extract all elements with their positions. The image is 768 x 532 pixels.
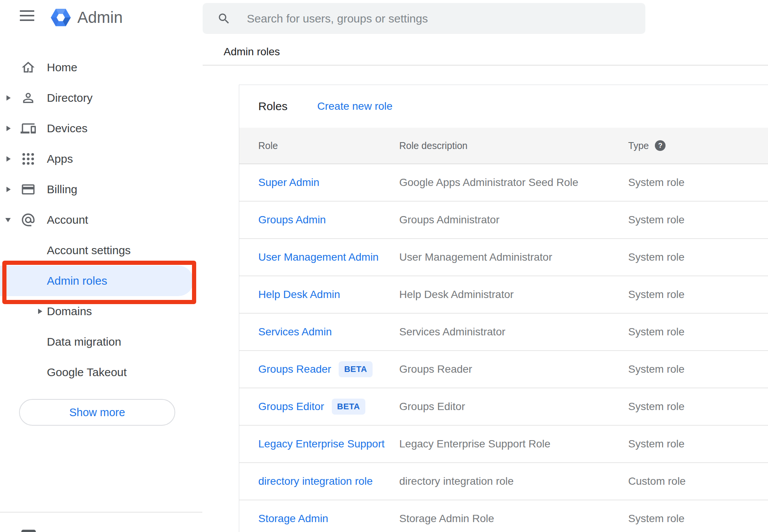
beta-badge: BETA	[332, 399, 365, 415]
role-link[interactable]: Groups Admin	[258, 214, 326, 226]
beta-badge: BETA	[339, 361, 372, 377]
create-new-role-link[interactable]: Create new role	[317, 100, 393, 112]
sidebar-item-label: Data migration	[47, 335, 121, 348]
role-type: System role	[628, 363, 768, 375]
roles-table-body: Super Admin Google Apps Administrator Se…	[239, 164, 768, 532]
role-link[interactable]: Legacy Enterprise Support	[258, 438, 385, 450]
role-type: System role	[628, 176, 768, 189]
expand-arrow-icon[interactable]	[5, 218, 11, 222]
sidebar-item-label: Home	[47, 61, 77, 74]
table-row: Services Admin Services Administrator Sy…	[239, 314, 768, 351]
table-row: directory integration role directory int…	[239, 463, 768, 500]
admin-console: Admin Home Directory Devices Apps Billin…	[0, 0, 768, 532]
expand-arrow-icon[interactable]	[6, 126, 11, 131]
admin-logo-icon	[50, 6, 72, 29]
devices-icon	[20, 120, 36, 136]
role-description: Storage Admin Role	[399, 513, 628, 525]
sidebar-item-label: Devices	[47, 122, 88, 135]
role-type: System role	[628, 401, 768, 413]
role-link[interactable]: directory integration role	[258, 475, 373, 487]
sidebar-item-directory[interactable]: Directory	[0, 83, 202, 113]
apps-icon	[20, 151, 36, 167]
sidebar-item-billing[interactable]: Billing	[0, 174, 202, 205]
role-description: Groups Editor	[399, 401, 628, 413]
sidebar-item-label: Google Takeout	[47, 366, 127, 379]
card-icon	[20, 181, 36, 197]
role-link[interactable]: Storage Admin	[258, 513, 328, 525]
table-row: Legacy Enterprise Support Legacy Enterpr…	[239, 426, 768, 463]
breadcrumb: Admin roles	[224, 46, 280, 58]
role-type: System role	[628, 214, 768, 226]
person-icon	[20, 90, 36, 106]
show-more-label: Show more	[69, 406, 125, 419]
sidebar-item-label: Domains	[47, 305, 92, 318]
role-description: directory integration role	[399, 475, 628, 487]
role-type: System role	[628, 513, 768, 525]
role-type: Custom role	[628, 475, 768, 487]
role-link[interactable]: Groups Editor	[258, 401, 324, 413]
table-header-row: Role Role description Type ?	[239, 128, 768, 164]
sidebar-item-label: Apps	[47, 152, 73, 165]
sidebar-item-home[interactable]: Home	[0, 52, 202, 83]
sidebar-item-devices[interactable]: Devices	[0, 113, 202, 144]
sidebar-item-admin-roles[interactable]: Admin roles	[0, 266, 194, 296]
search-input[interactable]	[246, 12, 645, 26]
home-icon	[20, 59, 36, 75]
role-description: Google Apps Administrator Seed Role	[399, 176, 628, 189]
sidebar-divider	[0, 512, 202, 513]
role-link[interactable]: Help Desk Admin	[258, 288, 340, 301]
show-more-button[interactable]: Show more	[19, 399, 175, 426]
role-description: Legacy Enterprise Support Role	[399, 438, 628, 450]
role-link[interactable]: Services Admin	[258, 326, 332, 338]
role-type: System role	[628, 438, 768, 450]
role-link[interactable]: Super Admin	[258, 176, 319, 189]
search-icon	[217, 12, 231, 26]
table-row: Groups Reader BETA Groups Reader System …	[239, 351, 768, 388]
column-header-type: Type	[628, 140, 649, 151]
brand-title: Admin	[77, 8, 123, 27]
sidebar: Admin Home Directory Devices Apps Billin…	[0, 0, 202, 532]
table-row: Help Desk Admin Help Desk Administrator …	[239, 276, 768, 314]
roles-card: Roles Create new role Role Role descript…	[239, 85, 768, 532]
at-icon	[20, 212, 36, 228]
sidebar-item-google-takeout[interactable]: Google Takeout	[0, 357, 202, 388]
table-row: User Management Admin User Management Ad…	[239, 239, 768, 276]
sidebar-nav: Home Directory Devices Apps Billing Acco…	[0, 52, 202, 388]
roles-card-header: Roles Create new role	[239, 85, 768, 128]
role-type: System role	[628, 326, 768, 338]
expand-arrow-icon[interactable]	[38, 309, 42, 314]
sidebar-item-label: Admin roles	[47, 274, 107, 287]
table-row: Groups Editor BETA Groups Editor System …	[239, 388, 768, 426]
role-type: System role	[628, 251, 768, 263]
table-row: Storage Admin Storage Admin Role System …	[239, 500, 768, 532]
role-type: System role	[628, 288, 768, 301]
table-row: Groups Admin Groups Administrator System…	[239, 202, 768, 239]
role-link[interactable]: User Management Admin	[258, 251, 379, 263]
hamburger-menu-icon[interactable]	[20, 10, 34, 21]
sidebar-item-account[interactable]: Account	[0, 205, 202, 235]
column-header-role-description: Role description	[399, 140, 628, 151]
role-link[interactable]: Groups Reader	[258, 363, 331, 375]
sidebar-item-label: Account settings	[47, 244, 131, 257]
help-icon[interactable]: ?	[655, 140, 666, 151]
table-row: Super Admin Google Apps Administrator Se…	[239, 164, 768, 202]
sidebar-item-label: Billing	[47, 183, 77, 196]
sidebar-item-apps[interactable]: Apps	[0, 144, 202, 174]
breadcrumb-divider	[203, 65, 768, 66]
expand-arrow-icon[interactable]	[6, 156, 11, 162]
sidebar-item-label: Account	[47, 213, 88, 226]
column-header-role: Role	[258, 140, 399, 151]
search-bar[interactable]	[203, 3, 645, 34]
role-description: Help Desk Administrator	[399, 288, 628, 301]
expand-arrow-icon[interactable]	[6, 187, 11, 192]
sidebar-item-data-migration[interactable]: Data migration	[0, 327, 202, 357]
sidebar-item-account-settings[interactable]: Account settings	[0, 235, 202, 266]
role-description: User Management Administrator	[399, 251, 628, 263]
role-description: Groups Reader	[399, 363, 628, 375]
sidebar-item-domains[interactable]: Domains	[0, 296, 202, 327]
card-title: Roles	[258, 100, 288, 113]
expand-arrow-icon[interactable]	[6, 95, 11, 101]
cutoff-item-icon	[21, 530, 36, 532]
role-description: Services Administrator	[399, 326, 628, 338]
role-description: Groups Administrator	[399, 214, 628, 226]
